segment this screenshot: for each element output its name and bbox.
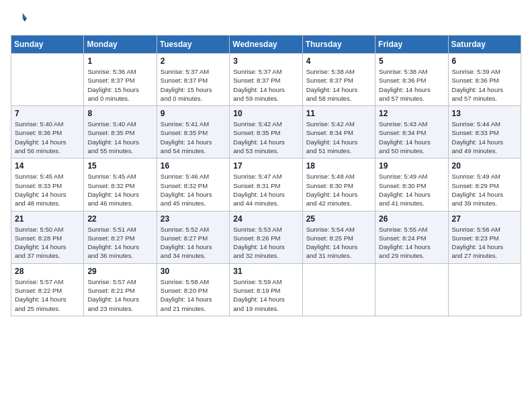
calendar-cell: 10Sunrise: 5:42 AMSunset: 8:35 PMDayligh…	[230, 106, 302, 158]
day-info: Sunrise: 5:36 AMSunset: 8:37 PMDaylight:…	[87, 67, 152, 103]
header-wednesday: Wednesday	[230, 36, 302, 54]
day-number: 5	[379, 56, 444, 66]
day-number: 14	[15, 161, 80, 171]
calendar-cell: 30Sunrise: 5:58 AMSunset: 8:20 PMDayligh…	[157, 263, 229, 316]
day-info: Sunrise: 5:46 AMSunset: 8:32 PMDaylight:…	[161, 172, 226, 208]
calendar-header-row: SundayMondayTuesdayWednesdayThursdayFrid…	[11, 36, 521, 54]
calendar-cell: 22Sunrise: 5:51 AMSunset: 8:27 PMDayligh…	[84, 211, 157, 263]
calendar-cell: 4Sunrise: 5:38 AMSunset: 8:37 PMDaylight…	[302, 54, 375, 106]
day-info: Sunrise: 5:38 AMSunset: 8:36 PMDaylight:…	[379, 67, 444, 103]
header-saturday: Saturday	[448, 36, 521, 54]
day-info: Sunrise: 5:54 AMSunset: 8:25 PMDaylight:…	[306, 225, 371, 261]
day-info: Sunrise: 5:57 AMSunset: 8:22 PMDaylight:…	[15, 277, 80, 313]
calendar-cell: 20Sunrise: 5:49 AMSunset: 8:29 PMDayligh…	[448, 158, 521, 211]
calendar-cell: 24Sunrise: 5:53 AMSunset: 8:26 PMDayligh…	[230, 211, 302, 263]
day-number: 12	[379, 109, 444, 118]
day-number: 8	[87, 109, 152, 118]
day-info: Sunrise: 5:51 AMSunset: 8:27 PMDaylight:…	[87, 225, 152, 261]
calendar-cell: 29Sunrise: 5:57 AMSunset: 8:21 PMDayligh…	[84, 263, 157, 316]
day-info: Sunrise: 5:58 AMSunset: 8:20 PMDaylight:…	[161, 277, 226, 313]
day-info: Sunrise: 5:47 AMSunset: 8:31 PMDaylight:…	[233, 172, 298, 208]
header-monday: Monday	[84, 36, 157, 54]
calendar-cell	[375, 263, 448, 316]
calendar-cell	[448, 263, 521, 316]
day-info: Sunrise: 5:59 AMSunset: 8:19 PMDaylight:…	[233, 277, 298, 313]
calendar-cell: 18Sunrise: 5:48 AMSunset: 8:30 PMDayligh…	[302, 158, 375, 211]
day-number: 25	[306, 214, 371, 224]
logo-icon	[11, 11, 27, 27]
calendar-cell: 2Sunrise: 5:37 AMSunset: 8:37 PMDaylight…	[157, 54, 229, 106]
day-number: 21	[15, 214, 80, 224]
calendar-cell: 15Sunrise: 5:45 AMSunset: 8:32 PMDayligh…	[84, 158, 157, 211]
day-info: Sunrise: 5:37 AMSunset: 8:37 PMDaylight:…	[233, 67, 298, 103]
day-number: 20	[452, 161, 517, 171]
day-info: Sunrise: 5:43 AMSunset: 8:34 PMDaylight:…	[379, 120, 444, 155]
day-number: 19	[379, 161, 444, 171]
day-info: Sunrise: 5:45 AMSunset: 8:32 PMDaylight:…	[87, 172, 152, 208]
day-number: 7	[15, 109, 80, 118]
day-number: 17	[233, 161, 298, 171]
day-number: 23	[161, 214, 226, 224]
day-info: Sunrise: 5:48 AMSunset: 8:30 PMDaylight:…	[306, 172, 371, 208]
header-tuesday: Tuesday	[157, 36, 229, 54]
calendar-cell: 17Sunrise: 5:47 AMSunset: 8:31 PMDayligh…	[230, 158, 302, 211]
day-info: Sunrise: 5:38 AMSunset: 8:37 PMDaylight:…	[306, 67, 371, 103]
calendar-body: 1Sunrise: 5:36 AMSunset: 8:37 PMDaylight…	[11, 54, 521, 316]
day-info: Sunrise: 5:40 AMSunset: 8:35 PMDaylight:…	[87, 120, 152, 155]
day-info: Sunrise: 5:37 AMSunset: 8:37 PMDaylight:…	[161, 67, 226, 103]
calendar-cell: 21Sunrise: 5:50 AMSunset: 8:28 PMDayligh…	[11, 211, 84, 263]
day-info: Sunrise: 5:40 AMSunset: 8:36 PMDaylight:…	[15, 120, 80, 155]
day-number: 28	[15, 267, 80, 276]
calendar-cell: 9Sunrise: 5:41 AMSunset: 8:35 PMDaylight…	[157, 106, 229, 158]
svg-marker-1	[23, 18, 27, 21]
calendar-cell	[302, 263, 375, 316]
calendar-cell: 26Sunrise: 5:55 AMSunset: 8:24 PMDayligh…	[375, 211, 448, 263]
calendar-cell	[11, 54, 84, 106]
day-number: 6	[452, 56, 517, 66]
calendar-cell: 5Sunrise: 5:38 AMSunset: 8:36 PMDaylight…	[375, 54, 448, 106]
calendar-cell: 3Sunrise: 5:37 AMSunset: 8:37 PMDaylight…	[230, 54, 302, 106]
day-number: 3	[233, 56, 298, 66]
calendar-cell: 8Sunrise: 5:40 AMSunset: 8:35 PMDaylight…	[84, 106, 157, 158]
day-info: Sunrise: 5:42 AMSunset: 8:35 PMDaylight:…	[233, 120, 298, 155]
day-number: 26	[379, 214, 444, 224]
page-header	[11, 11, 521, 27]
day-number: 10	[233, 109, 298, 118]
day-info: Sunrise: 5:44 AMSunset: 8:33 PMDaylight:…	[452, 120, 517, 155]
logo	[11, 11, 30, 27]
day-info: Sunrise: 5:57 AMSunset: 8:21 PMDaylight:…	[87, 277, 152, 313]
calendar-cell: 31Sunrise: 5:59 AMSunset: 8:19 PMDayligh…	[230, 263, 302, 316]
day-number: 9	[161, 109, 226, 118]
calendar-week-5: 28Sunrise: 5:57 AMSunset: 8:22 PMDayligh…	[11, 263, 521, 316]
calendar-cell: 27Sunrise: 5:56 AMSunset: 8:23 PMDayligh…	[448, 211, 521, 263]
day-info: Sunrise: 5:39 AMSunset: 8:36 PMDaylight:…	[452, 67, 517, 103]
header-thursday: Thursday	[302, 36, 375, 54]
calendar-cell: 12Sunrise: 5:43 AMSunset: 8:34 PMDayligh…	[375, 106, 448, 158]
day-number: 15	[87, 161, 152, 171]
calendar-week-1: 1Sunrise: 5:36 AMSunset: 8:37 PMDaylight…	[11, 54, 521, 106]
calendar-cell: 14Sunrise: 5:45 AMSunset: 8:33 PMDayligh…	[11, 158, 84, 211]
calendar-cell: 7Sunrise: 5:40 AMSunset: 8:36 PMDaylight…	[11, 106, 84, 158]
day-info: Sunrise: 5:55 AMSunset: 8:24 PMDaylight:…	[379, 225, 444, 261]
day-info: Sunrise: 5:45 AMSunset: 8:33 PMDaylight:…	[15, 172, 80, 208]
calendar-week-3: 14Sunrise: 5:45 AMSunset: 8:33 PMDayligh…	[11, 158, 521, 211]
day-number: 18	[306, 161, 371, 171]
calendar-table: SundayMondayTuesdayWednesdayThursdayFrid…	[11, 35, 521, 316]
calendar-cell: 28Sunrise: 5:57 AMSunset: 8:22 PMDayligh…	[11, 263, 84, 316]
day-info: Sunrise: 5:53 AMSunset: 8:26 PMDaylight:…	[233, 225, 298, 261]
day-number: 4	[306, 56, 371, 66]
day-info: Sunrise: 5:49 AMSunset: 8:29 PMDaylight:…	[452, 172, 517, 208]
day-number: 31	[233, 267, 298, 276]
calendar-cell: 13Sunrise: 5:44 AMSunset: 8:33 PMDayligh…	[448, 106, 521, 158]
day-number: 2	[161, 56, 226, 66]
day-number: 30	[161, 267, 226, 276]
calendar-week-2: 7Sunrise: 5:40 AMSunset: 8:36 PMDaylight…	[11, 106, 521, 158]
calendar-cell: 1Sunrise: 5:36 AMSunset: 8:37 PMDaylight…	[84, 54, 157, 106]
day-number: 1	[87, 56, 152, 66]
day-info: Sunrise: 5:56 AMSunset: 8:23 PMDaylight:…	[452, 225, 517, 261]
header-sunday: Sunday	[11, 36, 84, 54]
calendar-header: SundayMondayTuesdayWednesdayThursdayFrid…	[11, 36, 521, 54]
day-info: Sunrise: 5:49 AMSunset: 8:30 PMDaylight:…	[379, 172, 444, 208]
day-number: 24	[233, 214, 298, 224]
calendar-week-4: 21Sunrise: 5:50 AMSunset: 8:28 PMDayligh…	[11, 211, 521, 263]
